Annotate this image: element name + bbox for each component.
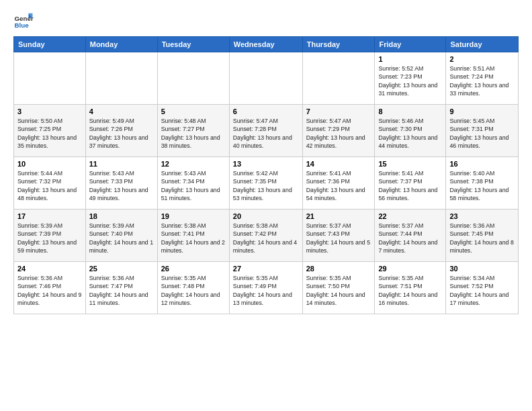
col-header-saturday: Saturday — [446, 37, 519, 52]
day-info: Sunrise: 5:38 AMSunset: 7:41 PMDaylight:… — [161, 222, 226, 255]
day-number: 25 — [89, 265, 154, 273]
day-number: 9 — [449, 107, 515, 116]
day-info: Sunrise: 5:41 AMSunset: 7:37 PMDaylight:… — [378, 169, 442, 202]
calendar-cell: 19Sunrise: 5:38 AMSunset: 7:41 PMDayligh… — [157, 210, 229, 262]
day-number: 29 — [378, 265, 442, 273]
calendar-cell: 26Sunrise: 5:35 AMSunset: 7:48 PMDayligh… — [157, 262, 229, 314]
calendar-cell: 24Sunrise: 5:36 AMSunset: 7:46 PMDayligh… — [14, 262, 86, 314]
day-info: Sunrise: 5:42 AMSunset: 7:35 PMDaylight:… — [233, 169, 299, 202]
day-number: 21 — [306, 212, 371, 220]
day-info: Sunrise: 5:35 AMSunset: 7:49 PMDaylight:… — [233, 274, 299, 307]
calendar-cell: 28Sunrise: 5:35 AMSunset: 7:50 PMDayligh… — [302, 262, 375, 314]
day-number: 7 — [306, 107, 371, 116]
calendar-cell: 9Sunrise: 5:45 AMSunset: 7:31 PMDaylight… — [446, 105, 519, 157]
day-number: 28 — [306, 265, 371, 273]
calendar-week-3: 10Sunrise: 5:44 AMSunset: 7:32 PMDayligh… — [14, 157, 519, 210]
day-number: 24 — [17, 265, 82, 273]
day-info: Sunrise: 5:36 AMSunset: 7:46 PMDaylight:… — [17, 274, 82, 307]
calendar-table: SundayMondayTuesdayWednesdayThursdayFrid… — [13, 36, 519, 314]
day-info: Sunrise: 5:46 AMSunset: 7:30 PMDaylight:… — [378, 117, 442, 150]
day-info: Sunrise: 5:43 AMSunset: 7:33 PMDaylight:… — [89, 169, 154, 202]
calendar-week-1: 1Sunrise: 5:52 AMSunset: 7:23 PMDaylight… — [14, 52, 519, 105]
day-info: Sunrise: 5:49 AMSunset: 7:26 PMDaylight:… — [89, 117, 154, 150]
calendar-cell — [85, 52, 157, 105]
day-number: 23 — [449, 212, 515, 220]
col-header-monday: Monday — [85, 37, 157, 52]
logo: General Blue — [13, 11, 34, 31]
calendar-cell: 2Sunrise: 5:51 AMSunset: 7:24 PMDaylight… — [446, 52, 519, 105]
day-info: Sunrise: 5:51 AMSunset: 7:24 PMDaylight:… — [449, 64, 515, 97]
col-header-friday: Friday — [375, 37, 446, 52]
calendar-cell — [14, 52, 86, 105]
calendar-cell: 21Sunrise: 5:37 AMSunset: 7:43 PMDayligh… — [302, 210, 375, 262]
day-info: Sunrise: 5:35 AMSunset: 7:48 PMDaylight:… — [161, 274, 226, 307]
calendar-cell: 29Sunrise: 5:35 AMSunset: 7:51 PMDayligh… — [375, 262, 446, 314]
calendar-cell: 6Sunrise: 5:47 AMSunset: 7:28 PMDaylight… — [229, 105, 302, 157]
header: General Blue — [13, 11, 519, 31]
calendar-cell: 3Sunrise: 5:50 AMSunset: 7:25 PMDaylight… — [14, 105, 86, 157]
day-number: 11 — [89, 160, 154, 168]
day-info: Sunrise: 5:37 AMSunset: 7:44 PMDaylight:… — [378, 222, 442, 255]
day-info: Sunrise: 5:41 AMSunset: 7:36 PMDaylight:… — [306, 169, 371, 202]
calendar-cell: 23Sunrise: 5:36 AMSunset: 7:45 PMDayligh… — [446, 210, 519, 262]
day-number: 10 — [17, 160, 82, 168]
calendar-cell: 16Sunrise: 5:40 AMSunset: 7:38 PMDayligh… — [446, 157, 519, 210]
calendar-cell: 18Sunrise: 5:39 AMSunset: 7:40 PMDayligh… — [85, 210, 157, 262]
day-info: Sunrise: 5:45 AMSunset: 7:31 PMDaylight:… — [449, 117, 515, 150]
day-number: 22 — [378, 212, 442, 220]
day-number: 14 — [306, 160, 371, 168]
col-header-thursday: Thursday — [302, 37, 375, 52]
day-number: 27 — [233, 265, 299, 273]
calendar-cell — [157, 52, 229, 105]
day-number: 5 — [161, 107, 226, 116]
day-number: 18 — [89, 212, 154, 220]
calendar-week-5: 24Sunrise: 5:36 AMSunset: 7:46 PMDayligh… — [14, 262, 519, 314]
calendar-cell: 22Sunrise: 5:37 AMSunset: 7:44 PMDayligh… — [375, 210, 446, 262]
day-number: 17 — [17, 212, 82, 220]
svg-text:Blue: Blue — [15, 21, 30, 29]
day-info: Sunrise: 5:47 AMSunset: 7:29 PMDaylight:… — [306, 117, 371, 150]
col-header-tuesday: Tuesday — [157, 37, 229, 52]
day-info: Sunrise: 5:48 AMSunset: 7:27 PMDaylight:… — [161, 117, 226, 150]
day-number: 6 — [233, 107, 299, 116]
calendar-cell: 10Sunrise: 5:44 AMSunset: 7:32 PMDayligh… — [14, 157, 86, 210]
col-header-sunday: Sunday — [14, 37, 86, 52]
day-number: 1 — [378, 55, 442, 63]
day-info: Sunrise: 5:43 AMSunset: 7:34 PMDaylight:… — [161, 169, 226, 202]
page: General Blue SundayMondayTuesdayWednesda… — [0, 0, 532, 411]
calendar-cell: 25Sunrise: 5:36 AMSunset: 7:47 PMDayligh… — [85, 262, 157, 314]
calendar-cell: 4Sunrise: 5:49 AMSunset: 7:26 PMDaylight… — [85, 105, 157, 157]
logo-icon: General Blue — [13, 11, 34, 31]
day-info: Sunrise: 5:36 AMSunset: 7:45 PMDaylight:… — [449, 222, 515, 255]
day-info: Sunrise: 5:44 AMSunset: 7:32 PMDaylight:… — [17, 169, 82, 202]
day-info: Sunrise: 5:50 AMSunset: 7:25 PMDaylight:… — [17, 117, 82, 150]
day-number: 12 — [161, 160, 226, 168]
day-number: 8 — [378, 107, 442, 116]
day-number: 15 — [378, 160, 442, 168]
calendar-cell: 12Sunrise: 5:43 AMSunset: 7:34 PMDayligh… — [157, 157, 229, 210]
day-number: 2 — [449, 55, 515, 63]
calendar-cell: 17Sunrise: 5:39 AMSunset: 7:39 PMDayligh… — [14, 210, 86, 262]
day-info: Sunrise: 5:39 AMSunset: 7:40 PMDaylight:… — [89, 222, 154, 255]
day-info: Sunrise: 5:34 AMSunset: 7:52 PMDaylight:… — [449, 274, 515, 307]
day-number: 13 — [233, 160, 299, 168]
calendar-cell: 5Sunrise: 5:48 AMSunset: 7:27 PMDaylight… — [157, 105, 229, 157]
day-number: 4 — [89, 107, 154, 116]
calendar-cell: 27Sunrise: 5:35 AMSunset: 7:49 PMDayligh… — [229, 262, 302, 314]
day-number: 19 — [161, 212, 226, 220]
day-info: Sunrise: 5:38 AMSunset: 7:42 PMDaylight:… — [233, 222, 299, 255]
calendar-cell: 13Sunrise: 5:42 AMSunset: 7:35 PMDayligh… — [229, 157, 302, 210]
day-info: Sunrise: 5:35 AMSunset: 7:50 PMDaylight:… — [306, 274, 371, 307]
day-info: Sunrise: 5:36 AMSunset: 7:47 PMDaylight:… — [89, 274, 154, 307]
calendar-header-row: SundayMondayTuesdayWednesdayThursdayFrid… — [14, 37, 519, 52]
day-number: 16 — [449, 160, 515, 168]
calendar-cell — [302, 52, 375, 105]
calendar-cell: 8Sunrise: 5:46 AMSunset: 7:30 PMDaylight… — [375, 105, 446, 157]
day-info: Sunrise: 5:39 AMSunset: 7:39 PMDaylight:… — [17, 222, 82, 255]
day-info: Sunrise: 5:52 AMSunset: 7:23 PMDaylight:… — [378, 64, 442, 97]
day-info: Sunrise: 5:40 AMSunset: 7:38 PMDaylight:… — [449, 169, 515, 202]
calendar-cell — [229, 52, 302, 105]
day-info: Sunrise: 5:47 AMSunset: 7:28 PMDaylight:… — [233, 117, 299, 150]
calendar-cell: 11Sunrise: 5:43 AMSunset: 7:33 PMDayligh… — [85, 157, 157, 210]
col-header-wednesday: Wednesday — [229, 37, 302, 52]
